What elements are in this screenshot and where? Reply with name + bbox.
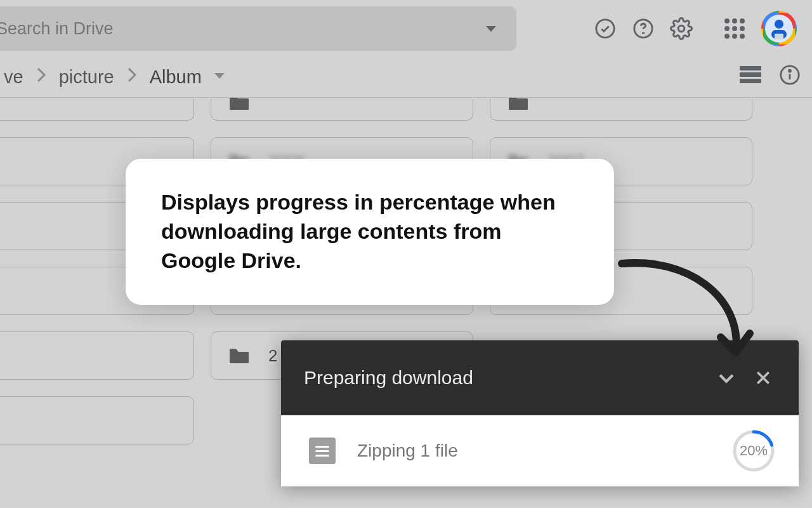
download-toast: Preparing download Zipping 1 file 20% — [281, 340, 799, 486]
folder-card[interactable] — [211, 99, 473, 121]
file-icon — [309, 438, 336, 464]
searchbox[interactable] — [0, 6, 516, 51]
topbar — [0, 0, 812, 57]
breadcrumb-caret-icon[interactable] — [214, 73, 225, 79]
toast-body-text: Zipping 1 file — [357, 441, 458, 461]
svg-point-4 — [775, 20, 783, 29]
search-input[interactable] — [0, 19, 486, 39]
breadcrumb-item[interactable]: picture — [55, 67, 118, 88]
account-avatar[interactable] — [761, 11, 797, 46]
breadcrumb-item-current[interactable]: Album — [146, 67, 206, 88]
folder-card[interactable]: 2015 — [0, 331, 194, 380]
svg-point-0 — [596, 20, 614, 37]
annotation-callout: Displays progress in percentage when dow… — [126, 159, 614, 305]
collapse-toast-icon[interactable] — [714, 365, 739, 391]
callout-text: Displays progress in percentage when dow… — [161, 190, 556, 272]
folder-card[interactable] — [0, 99, 194, 121]
progress-ring: 20% — [731, 429, 776, 473]
ready-offline-icon[interactable] — [594, 17, 617, 40]
list-view-icon[interactable] — [740, 66, 761, 88]
svg-point-12 — [789, 70, 791, 72]
help-icon[interactable] — [632, 17, 655, 40]
folder-label: 2 — [268, 346, 277, 366]
svg-rect-8 — [740, 72, 761, 77]
chevron-right-icon — [118, 67, 146, 88]
svg-rect-9 — [740, 79, 761, 83]
toast-body: Zipping 1 file 20% — [281, 415, 799, 486]
topbar-actions — [594, 11, 799, 46]
folder-card[interactable] — [490, 99, 752, 121]
folder-card[interactable]: 2018 — [0, 396, 194, 444]
toast-header: Preparing download — [281, 340, 799, 415]
chevron-right-icon — [27, 67, 55, 88]
search-options-caret-icon[interactable] — [486, 26, 496, 32]
svg-rect-7 — [740, 66, 761, 70]
breadcrumb-item[interactable]: ve — [0, 67, 27, 88]
progress-percent-label: 20% — [731, 429, 776, 473]
info-icon[interactable] — [779, 64, 801, 90]
close-toast-icon[interactable] — [750, 365, 776, 391]
apps-grid-icon[interactable] — [723, 17, 746, 40]
toast-title: Preparing download — [304, 367, 473, 389]
settings-gear-icon[interactable] — [670, 17, 693, 40]
breadcrumb: ve picture Album — [0, 57, 812, 98]
svg-point-2 — [643, 32, 643, 33]
svg-rect-6 — [775, 34, 783, 39]
svg-point-3 — [678, 25, 684, 32]
